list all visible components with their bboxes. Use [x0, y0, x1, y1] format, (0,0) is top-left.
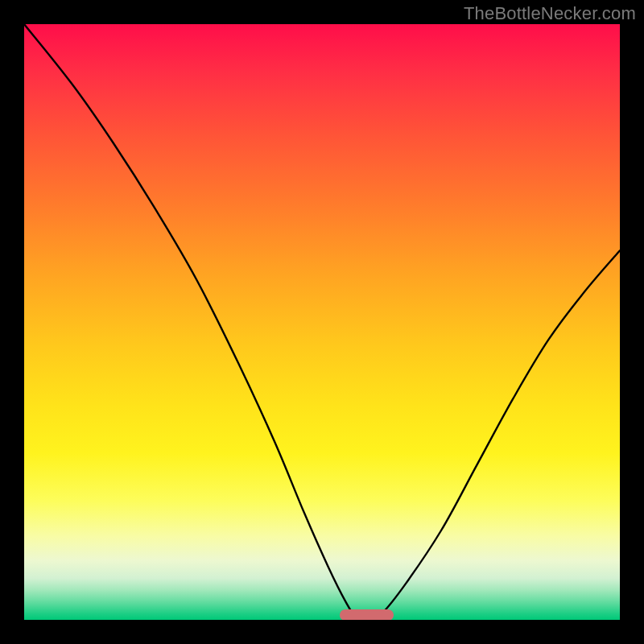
chart-frame: TheBottleNecker.com [0, 0, 644, 644]
bottleneck-curve [24, 24, 620, 620]
curve-path [24, 24, 620, 620]
watermark-text: TheBottleNecker.com [464, 3, 636, 24]
plot-area [24, 24, 620, 620]
optimal-zone-marker [340, 609, 394, 620]
